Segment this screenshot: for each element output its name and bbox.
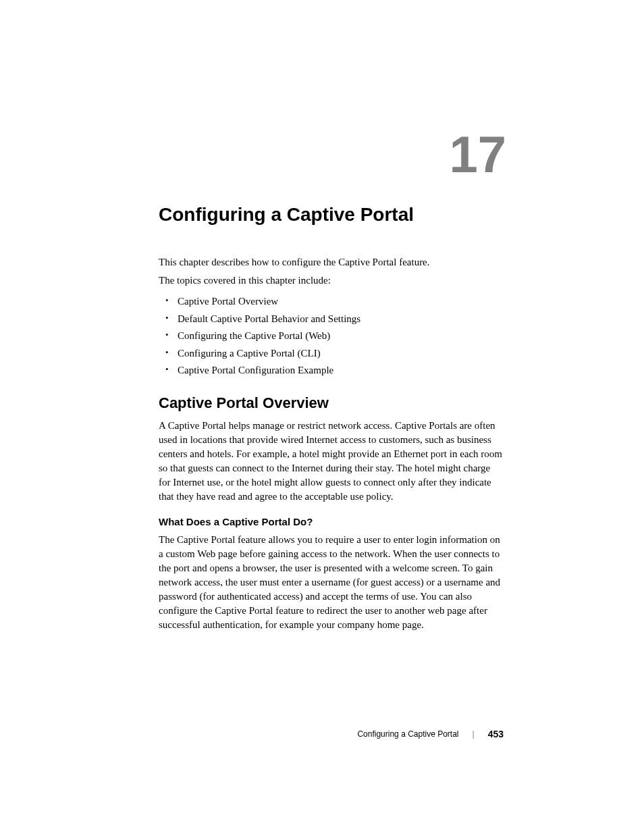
topic-item: Configuring the Captive Portal (Web) bbox=[178, 328, 502, 345]
chapter-number: 17 bbox=[159, 125, 506, 184]
intro-text-2: The topics covered in this chapter inclu… bbox=[159, 273, 502, 288]
topic-item: Captive Portal Configuration Example bbox=[178, 362, 502, 380]
footer-separator: | bbox=[473, 729, 475, 739]
section-body-overview: A Captive Portal helps manage or restric… bbox=[159, 419, 502, 504]
topic-item: Default Captive Portal Behavior and Sett… bbox=[178, 311, 502, 328]
topic-item: Captive Portal Overview bbox=[178, 293, 502, 311]
subsection-heading: What Does a Captive Portal Do? bbox=[159, 516, 502, 527]
topic-item: Configuring a Captive Portal (CLI) bbox=[178, 345, 502, 363]
subsection-body: The Captive Portal feature allows you to… bbox=[159, 533, 502, 632]
topics-list: Captive Portal Overview Default Captive … bbox=[159, 293, 502, 380]
intro-text-1: This chapter describes how to configure … bbox=[159, 255, 502, 269]
footer-chapter-title: Configuring a Captive Portal bbox=[357, 729, 458, 739]
chapter-title: Configuring a Captive Portal bbox=[159, 204, 502, 226]
page-footer: Configuring a Captive Portal | 453 bbox=[357, 729, 504, 739]
section-heading-overview: Captive Portal Overview bbox=[159, 394, 502, 412]
footer-page-number: 453 bbox=[488, 729, 504, 739]
